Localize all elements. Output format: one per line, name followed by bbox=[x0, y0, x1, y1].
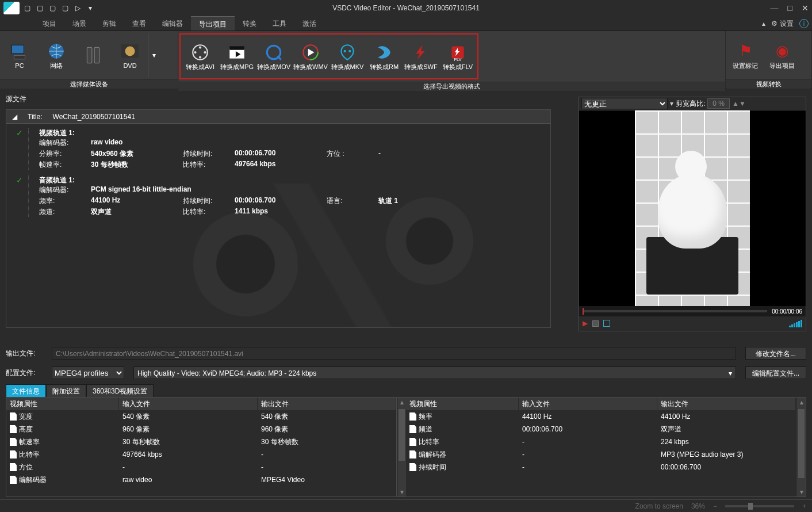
preview-timeline[interactable]: 00:00/00:06 bbox=[579, 306, 806, 316]
flv-icon: FLV bbox=[446, 42, 469, 63]
menu-activate[interactable]: 激活 bbox=[294, 16, 324, 30]
source-title-row[interactable]: ◢ Title: WeChat_20190507101541 bbox=[6, 110, 550, 124]
audio-track-head: 音频轨道 1: bbox=[39, 176, 75, 184]
table-row: 编解码器-MP3 (MPEG audio layer 3) bbox=[406, 448, 796, 461]
info-grid: 视频属性 输入文件 输出文件 宽度540 像素540 像素高度960 像素960… bbox=[6, 397, 806, 497]
titlebar: ▢ ▢ ▢ ▢ ▷ ▾ VSDC Video Editor - WeChat_2… bbox=[0, 0, 812, 16]
page-icon bbox=[10, 463, 17, 471]
flash-icon bbox=[409, 42, 432, 63]
zoom-label: Zoom to screen bbox=[635, 502, 683, 510]
title-label: Title: bbox=[28, 113, 43, 121]
wmv-icon bbox=[299, 42, 322, 63]
source-area: ◢ Title: WeChat_20190507101541 ✓ 视频轨道 1:… bbox=[6, 109, 551, 328]
table-row: 方位-- bbox=[6, 461, 396, 473]
svg-point-6 bbox=[125, 46, 135, 56]
app-logo-icon bbox=[3, 2, 20, 14]
scrollbar[interactable]: ▴▾ bbox=[397, 398, 406, 496]
window-title: VSDC Video Editor - WeChat_2019050710154… bbox=[332, 4, 480, 12]
scrollbar[interactable]: ▴▾ bbox=[796, 398, 806, 496]
zoom-in-icon[interactable]: + bbox=[802, 502, 806, 510]
format-swf-button[interactable]: 转换成SWF bbox=[403, 35, 439, 78]
menu-clip[interactable]: 剪辑 bbox=[94, 16, 124, 30]
menu-convert[interactable]: 转换 bbox=[235, 16, 265, 30]
menu-editor[interactable]: 编辑器 bbox=[154, 16, 191, 30]
edit-profile-button[interactable]: 编辑配置文件... bbox=[745, 366, 806, 379]
format-avi-button[interactable]: 转换成AVI bbox=[182, 35, 219, 78]
export-icon[interactable]: ▢ bbox=[61, 4, 69, 12]
preview-viewport[interactable] bbox=[579, 110, 806, 306]
stop-button[interactable] bbox=[592, 320, 599, 327]
format-mpg-button[interactable]: 转换成MPG bbox=[219, 35, 255, 78]
new-icon[interactable]: ▢ bbox=[23, 4, 31, 12]
page-icon bbox=[10, 438, 17, 446]
format-highlight-box: 转换成AVI 转换成MPG 转换成MOV 转换成WMV 转换成MKV 转换成RM… bbox=[179, 33, 478, 79]
play-icon[interactable]: ▷ bbox=[74, 4, 82, 12]
minimize-button[interactable]: — bbox=[771, 3, 779, 13]
track-tree: ✓ 视频轨道 1: 编解码器:raw video 分辨率:540x960 像素 … bbox=[6, 124, 550, 227]
maximize-button[interactable]: □ bbox=[788, 3, 792, 13]
play-button[interactable]: ▶ bbox=[583, 319, 588, 327]
svg-point-10 bbox=[199, 56, 201, 58]
rename-button[interactable]: 修改文件名... bbox=[745, 347, 806, 360]
menu-export[interactable]: 导出项目 bbox=[191, 16, 235, 30]
set-marker-button[interactable]: ⚑设置标记 bbox=[727, 33, 764, 77]
format-mkv-button[interactable]: 转换成MKV bbox=[329, 35, 366, 78]
svg-point-9 bbox=[204, 51, 206, 53]
device-more-dropdown[interactable]: ▾ bbox=[148, 33, 159, 77]
format-flv-button[interactable]: FLV转换成FLV bbox=[439, 35, 476, 78]
menu-view[interactable]: 查看 bbox=[124, 16, 154, 30]
output-config: 输出文件: C:\Users\Administrator\Videos\WeCh… bbox=[6, 345, 806, 384]
title-value: WeChat_20190507101541 bbox=[53, 113, 135, 121]
device-web-button[interactable]: 网络 bbox=[38, 33, 75, 77]
group-device-label: 选择媒体设备 bbox=[0, 79, 178, 89]
zoom-slider[interactable] bbox=[725, 505, 794, 507]
preview-panel: 无更正 ▾ 剪宽高比: 0 % ▲▼ 00:00/00:06 ▶ bbox=[579, 97, 806, 331]
info-icon[interactable]: i bbox=[799, 19, 809, 28]
chevron-down-icon[interactable]: ▾ bbox=[86, 4, 94, 12]
tab-fileinfo[interactable]: 文件信息 bbox=[6, 384, 46, 398]
ratio-value[interactable]: 0 % bbox=[707, 98, 730, 109]
tab-extra[interactable]: 附加设置 bbox=[46, 384, 86, 398]
menu-project[interactable]: 项目 bbox=[35, 16, 64, 30]
format-wmv-button[interactable]: 转换成WMV bbox=[292, 35, 329, 78]
svg-text:FLV: FLV bbox=[454, 56, 461, 62]
volume-icon[interactable] bbox=[789, 320, 802, 327]
menu-scene[interactable]: 场景 bbox=[64, 16, 94, 30]
group-convert-label: 视频转换 bbox=[726, 79, 811, 89]
save-icon[interactable]: ▢ bbox=[48, 4, 56, 12]
format-mov-button[interactable]: 转换成MOV bbox=[255, 35, 292, 78]
config-file-label: 配置文件: bbox=[6, 368, 43, 378]
close-button[interactable]: ✕ bbox=[802, 3, 809, 13]
device-dvd-button[interactable]: DVD bbox=[112, 33, 148, 77]
chevron-up-icon[interactable]: ▴ bbox=[762, 16, 765, 31]
settings-button[interactable]: 设置 bbox=[771, 16, 794, 31]
menu-tools[interactable]: 工具 bbox=[265, 16, 294, 30]
zoom-out-icon[interactable]: − bbox=[713, 502, 717, 510]
fullscreen-button[interactable] bbox=[603, 320, 610, 327]
page-icon bbox=[10, 476, 17, 484]
stepper-icon[interactable]: ▲▼ bbox=[732, 100, 746, 108]
correction-select[interactable]: 无更正 bbox=[581, 98, 668, 109]
chevron-down-icon[interactable]: ▾ bbox=[670, 100, 673, 108]
format-rm-button[interactable]: 转换成RM bbox=[366, 35, 403, 78]
tab-3d[interactable]: 360和3D视频设置 bbox=[86, 384, 154, 398]
open-icon[interactable]: ▢ bbox=[36, 4, 44, 12]
ratio-label: 剪宽高比: bbox=[676, 99, 705, 109]
export-project-button[interactable]: ◉导出项目 bbox=[764, 33, 800, 77]
flag-icon: ⚑ bbox=[734, 41, 757, 62]
page-icon bbox=[10, 425, 17, 433]
device-mobile-button[interactable] bbox=[75, 33, 112, 77]
phone-icon bbox=[82, 45, 105, 66]
profile-select[interactable]: MPEG4 profiles bbox=[52, 366, 124, 379]
device-pc-button[interactable]: PC bbox=[1, 33, 38, 77]
page-icon bbox=[409, 412, 416, 421]
export-icon: ◉ bbox=[771, 41, 794, 62]
statusbar: Zoom to screen 36% − + bbox=[0, 499, 812, 512]
video-thumbnail bbox=[635, 110, 750, 306]
output-path-field[interactable]: C:\Users\Administrator\Videos\WeChat_201… bbox=[52, 347, 736, 360]
pc-icon bbox=[8, 41, 31, 62]
quality-select[interactable]: High Quality - Video: XviD MPEG4; Audio:… bbox=[133, 366, 736, 379]
reel-icon bbox=[189, 42, 212, 63]
collapse-icon[interactable]: ◢ bbox=[12, 113, 17, 121]
mkv-icon bbox=[336, 42, 359, 63]
